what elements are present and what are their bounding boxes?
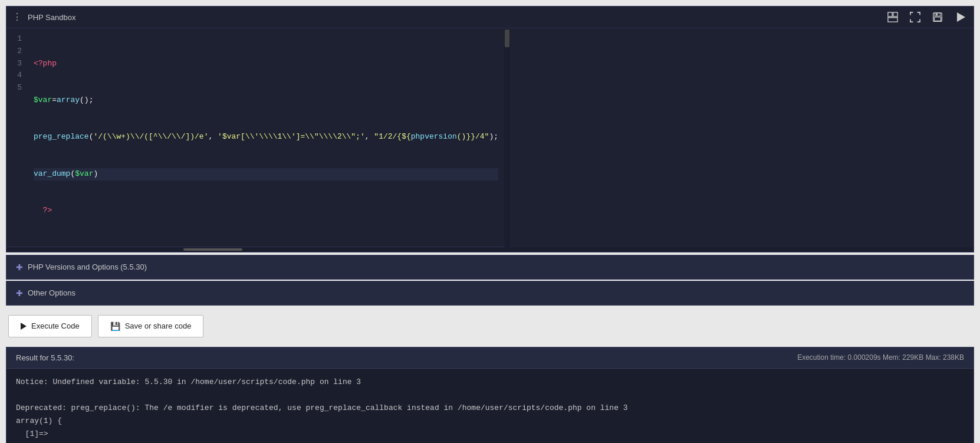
share-button[interactable]: 💾 Save or share code: [98, 315, 204, 337]
action-buttons: Execute Code 💾 Save or share code: [6, 315, 974, 337]
fullscreen-icon: [910, 12, 920, 22]
result-line-1: Notice: Undefined variable: 5.5.30 in /h…: [16, 376, 964, 389]
result-header: Result for 5.5.30: Execution time: 0.000…: [6, 347, 974, 369]
scrollbar-thumb: [505, 29, 509, 47]
code-editor[interactable]: 1 2 3 4 5 <?php $var=array(); preg_repla…: [6, 28, 504, 247]
svg-rect-0: [888, 12, 892, 17]
svg-marker-7: [957, 12, 965, 22]
execute-button[interactable]: Execute Code: [8, 315, 92, 337]
result-body: Notice: Undefined variable: 5.5.30 in /h…: [6, 369, 974, 443]
save-button[interactable]: [931, 11, 944, 24]
layout-icon: [887, 12, 898, 22]
play-icon: [21, 323, 27, 330]
result-section: Result for 5.5.30: Execution time: 0.000…: [6, 347, 974, 443]
expand-icon: ✚: [16, 262, 23, 272]
share-save-icon: 💾: [110, 321, 120, 331]
run-button[interactable]: [953, 10, 968, 24]
result-line-2: Deprecated: preg_replace(): The /e modif…: [16, 402, 964, 415]
horizontal-scrollbar[interactable]: [6, 247, 974, 252]
result-line-3: array(1) {: [16, 415, 964, 428]
result-title: Result for 5.5.30:: [16, 353, 74, 362]
execute-label: Execute Code: [31, 321, 80, 330]
svg-rect-1: [893, 12, 897, 17]
share-label: Save or share code: [125, 321, 192, 330]
svg-rect-6: [936, 14, 938, 16]
run-icon: [955, 11, 966, 23]
line-numbers: 1 2 3 4 5: [6, 28, 28, 247]
result-spacer: [16, 389, 964, 402]
svg-rect-5: [935, 17, 941, 21]
svg-rect-2: [888, 18, 897, 22]
expand-other-icon: ✚: [16, 288, 23, 298]
editor-titlebar: ⋮ PHP Sandbox: [6, 6, 974, 28]
other-options-label: Other Options: [28, 288, 75, 297]
result-line-5: string(1) “2”: [16, 441, 964, 443]
php-versions-label: PHP Versions and Options (5.5.30): [28, 262, 147, 271]
h-scrollbar-thumb: [183, 248, 242, 251]
result-line-4: [1]=>: [16, 428, 964, 441]
menu-icon[interactable]: ⋮: [12, 11, 22, 23]
code-content[interactable]: <?php $var=array(); preg_replace('/(\\w+…: [28, 28, 504, 247]
php-versions-section[interactable]: ✚ PHP Versions and Options (5.5.30): [6, 255, 974, 280]
save-icon: [932, 12, 943, 22]
fullscreen-button[interactable]: [909, 11, 922, 24]
editor-title: PHP Sandbox: [28, 13, 75, 22]
vertical-scrollbar[interactable]: [504, 28, 510, 247]
other-options-section[interactable]: ✚ Other Options: [6, 281, 974, 306]
layout-button[interactable]: [886, 11, 899, 24]
result-meta: Execution time: 0.000209s Mem: 229KB Max…: [797, 353, 964, 362]
